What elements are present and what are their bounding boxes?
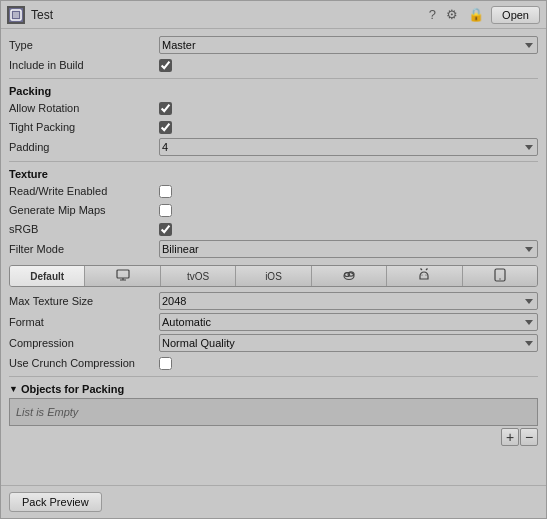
include-in-build-value: [159, 59, 538, 72]
format-dropdown[interactable]: Automatic RGBA32: [159, 313, 538, 331]
mip-maps-row: Generate Mip Maps: [9, 201, 538, 219]
srgb-label: sRGB: [9, 223, 159, 235]
divider-2: [9, 161, 538, 162]
include-in-build-checkbox[interactable]: [159, 59, 172, 72]
tab-android[interactable]: [387, 266, 462, 286]
tab-tvos[interactable]: tvOS: [161, 266, 236, 286]
mip-maps-value: [159, 204, 538, 217]
remove-object-button[interactable]: −: [520, 428, 538, 446]
padding-label: Padding: [9, 141, 159, 153]
crunch-value: [159, 357, 538, 370]
tight-packing-row: Tight Packing: [9, 118, 538, 136]
svg-line-8: [421, 269, 423, 271]
content-area: Type Master Variant Include in Build Pac…: [1, 29, 546, 485]
compression-row: Compression Normal Quality High Quality …: [9, 333, 538, 353]
allow-rotation-row: Allow Rotation: [9, 99, 538, 117]
tight-packing-value: [159, 121, 538, 134]
allow-rotation-value: [159, 102, 538, 115]
title-bar: Test ? ⚙ 🔒 Open: [1, 1, 546, 29]
bottom-bar: Pack Preview: [1, 485, 546, 518]
max-texture-value: 2048 1024 4096: [159, 292, 538, 310]
divider-3: [9, 376, 538, 377]
objects-list: List is Empty: [9, 398, 538, 426]
tab-ios[interactable]: iOS: [236, 266, 311, 286]
open-button[interactable]: Open: [491, 6, 540, 24]
tab-default-label: Default: [30, 271, 64, 282]
cloud-icon: [342, 268, 356, 284]
read-write-value: [159, 185, 538, 198]
collapse-triangle-icon: ▼: [9, 384, 18, 394]
filter-mode-value: Bilinear Point Trilinear: [159, 240, 538, 258]
tab-default[interactable]: Default: [10, 266, 85, 286]
title-actions: ? ⚙ 🔒 Open: [426, 6, 540, 24]
include-in-build-label: Include in Build: [9, 59, 159, 71]
include-in-build-row: Include in Build: [9, 56, 538, 74]
type-label: Type: [9, 39, 159, 51]
compression-value: Normal Quality High Quality None: [159, 334, 538, 352]
divider-1: [9, 78, 538, 79]
compression-label: Compression: [9, 337, 159, 349]
allow-rotation-label: Allow Rotation: [9, 102, 159, 114]
android-icon: [417, 268, 431, 284]
list-controls: + −: [9, 428, 538, 446]
tab-cloud[interactable]: [312, 266, 387, 286]
type-row: Type Master Variant: [9, 35, 538, 55]
padding-dropdown[interactable]: 4 2 8: [159, 138, 538, 156]
packing-header: Packing: [9, 85, 538, 97]
mip-maps-checkbox[interactable]: [159, 204, 172, 217]
srgb-checkbox[interactable]: [159, 223, 172, 236]
read-write-label: Read/Write Enabled: [9, 185, 159, 197]
main-window: Test ? ⚙ 🔒 Open Type Master Variant Incl…: [0, 0, 547, 519]
tab-monitor[interactable]: [85, 266, 160, 286]
crunch-row: Use Crunch Compression: [9, 354, 538, 372]
type-value[interactable]: Master Variant: [159, 36, 538, 54]
crunch-checkbox[interactable]: [159, 357, 172, 370]
filter-mode-label: Filter Mode: [9, 243, 159, 255]
svg-line-9: [426, 269, 428, 271]
format-label: Format: [9, 316, 159, 328]
svg-point-13: [499, 278, 500, 279]
objects-header[interactable]: ▼ Objects for Packing: [9, 383, 538, 395]
settings-icon[interactable]: ⚙: [443, 6, 461, 23]
objects-section: ▼ Objects for Packing List is Empty + −: [9, 383, 538, 446]
max-texture-dropdown[interactable]: 2048 1024 4096: [159, 292, 538, 310]
monitor-icon: [116, 268, 130, 284]
srgb-row: sRGB: [9, 220, 538, 238]
allow-rotation-checkbox[interactable]: [159, 102, 172, 115]
tight-packing-checkbox[interactable]: [159, 121, 172, 134]
texture-header: Texture: [9, 168, 538, 180]
crunch-label: Use Crunch Compression: [9, 357, 159, 369]
svg-point-11: [426, 274, 427, 275]
tab-tablet[interactable]: [463, 266, 537, 286]
max-texture-label: Max Texture Size: [9, 295, 159, 307]
mip-maps-label: Generate Mip Maps: [9, 204, 159, 216]
tablet-icon: [493, 268, 507, 284]
read-write-checkbox[interactable]: [159, 185, 172, 198]
empty-list-label: List is Empty: [16, 406, 78, 418]
help-icon[interactable]: ?: [426, 6, 439, 23]
srgb-value: [159, 223, 538, 236]
window-icon: [7, 6, 25, 24]
padding-value: 4 2 8: [159, 138, 538, 156]
platform-tabs: Default tvOS iOS: [9, 265, 538, 287]
filter-mode-row: Filter Mode Bilinear Point Trilinear: [9, 239, 538, 259]
tab-tvos-label: tvOS: [187, 271, 209, 282]
pack-preview-button[interactable]: Pack Preview: [9, 492, 102, 512]
read-write-row: Read/Write Enabled: [9, 182, 538, 200]
svg-rect-2: [117, 270, 129, 278]
window-title: Test: [31, 8, 426, 22]
pin-icon[interactable]: 🔒: [465, 6, 487, 23]
objects-header-label: Objects for Packing: [21, 383, 124, 395]
max-texture-row: Max Texture Size 2048 1024 4096: [9, 291, 538, 311]
tab-ios-label: iOS: [265, 271, 282, 282]
type-dropdown[interactable]: Master Variant: [159, 36, 538, 54]
svg-point-10: [422, 274, 423, 275]
tight-packing-label: Tight Packing: [9, 121, 159, 133]
format-row: Format Automatic RGBA32: [9, 312, 538, 332]
padding-row: Padding 4 2 8: [9, 137, 538, 157]
add-object-button[interactable]: +: [501, 428, 519, 446]
compression-dropdown[interactable]: Normal Quality High Quality None: [159, 334, 538, 352]
svg-rect-1: [13, 12, 19, 18]
format-value: Automatic RGBA32: [159, 313, 538, 331]
filter-mode-dropdown[interactable]: Bilinear Point Trilinear: [159, 240, 538, 258]
